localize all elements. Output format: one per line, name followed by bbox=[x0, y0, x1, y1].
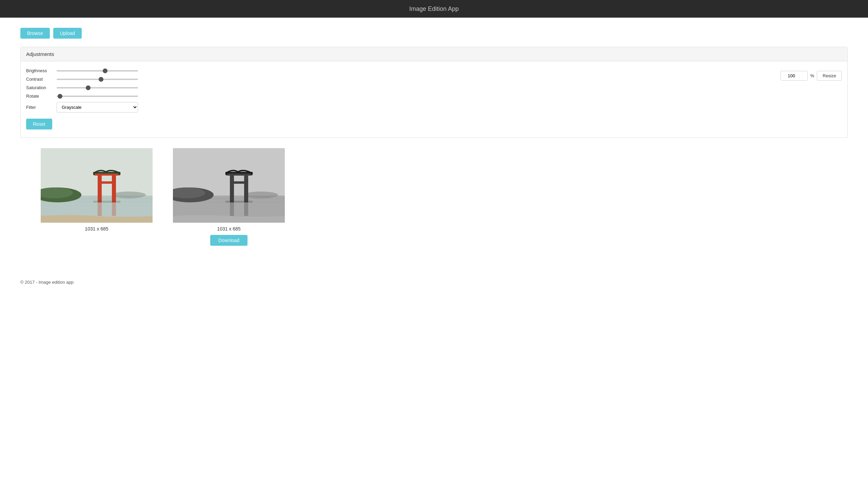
adjustments-panel: Adjustments Brigthness Contrast Saturati… bbox=[20, 47, 848, 138]
brightness-label: Brigthness bbox=[26, 68, 57, 73]
svg-rect-4 bbox=[41, 205, 152, 205]
browse-button[interactable]: Browse bbox=[20, 28, 50, 39]
contrast-label: Contrast bbox=[26, 77, 57, 82]
processed-image-box bbox=[173, 148, 285, 223]
contrast-row: Contrast bbox=[26, 77, 138, 82]
saturation-label: Saturation bbox=[26, 85, 57, 90]
svg-rect-8 bbox=[98, 175, 102, 202]
svg-rect-26 bbox=[227, 173, 251, 175]
svg-point-22 bbox=[244, 192, 278, 198]
footer: © 2017 - Image edition app bbox=[0, 273, 868, 291]
svg-rect-11 bbox=[95, 173, 119, 175]
processed-image-container: 1031 x 685 Download bbox=[173, 148, 285, 246]
original-dimensions: 1031 x 685 bbox=[85, 226, 108, 232]
rotate-slider[interactable] bbox=[57, 96, 138, 97]
svg-point-7 bbox=[112, 192, 146, 198]
resize-section: % Resize bbox=[781, 71, 842, 81]
svg-rect-28 bbox=[230, 202, 234, 216]
svg-rect-12 bbox=[99, 181, 115, 184]
resize-button[interactable]: Resize bbox=[817, 71, 842, 81]
download-button[interactable]: Download bbox=[210, 235, 247, 246]
original-image bbox=[41, 148, 152, 223]
filter-label: Filter bbox=[26, 105, 57, 110]
contrast-slider[interactable] bbox=[57, 79, 138, 80]
main-content: Browse Upload Adjustments Brigthness Con… bbox=[0, 18, 868, 259]
original-image-container: 1031 x 685 bbox=[41, 148, 152, 246]
svg-rect-13 bbox=[98, 202, 102, 216]
svg-rect-15 bbox=[93, 201, 120, 203]
svg-rect-24 bbox=[244, 175, 248, 202]
rotate-label: Rotate bbox=[26, 94, 57, 99]
brightness-row: Brigthness bbox=[26, 68, 138, 73]
top-toolbar: Browse Upload bbox=[20, 28, 848, 39]
adjustments-body: Brigthness Contrast Saturation Rotate bbox=[21, 61, 847, 138]
rotate-row: Rotate bbox=[26, 94, 138, 99]
svg-rect-30 bbox=[225, 201, 253, 203]
processed-image bbox=[173, 148, 285, 223]
svg-rect-27 bbox=[231, 181, 247, 184]
adjustments-header: Adjustments bbox=[21, 47, 847, 61]
adjustments-title: Adjustments bbox=[26, 51, 54, 57]
filter-row: Filter Grayscale Sepia Blur None bbox=[26, 102, 138, 113]
app-header: Image Edition App bbox=[0, 0, 868, 18]
svg-rect-9 bbox=[112, 175, 116, 202]
svg-rect-23 bbox=[230, 175, 234, 202]
saturation-slider[interactable] bbox=[57, 87, 138, 88]
resize-input[interactable] bbox=[781, 71, 808, 81]
processed-dimensions: 1031 x 685 bbox=[217, 226, 240, 232]
brightness-slider[interactable] bbox=[57, 70, 138, 72]
resize-percent-label: % bbox=[811, 73, 814, 78]
svg-rect-14 bbox=[112, 202, 116, 216]
reset-button[interactable]: Reset bbox=[26, 119, 52, 129]
images-section: 1031 x 685 bbox=[20, 148, 848, 246]
original-image-box bbox=[41, 148, 152, 223]
saturation-row: Saturation bbox=[26, 85, 138, 90]
upload-button[interactable]: Upload bbox=[53, 28, 82, 39]
svg-rect-29 bbox=[244, 202, 248, 216]
footer-text: © 2017 - Image edition app bbox=[20, 280, 74, 285]
app-title: Image Edition App bbox=[409, 6, 459, 12]
sliders-section: Brigthness Contrast Saturation Rotate bbox=[26, 68, 138, 129]
filter-select[interactable]: Grayscale Sepia Blur None bbox=[57, 102, 138, 113]
